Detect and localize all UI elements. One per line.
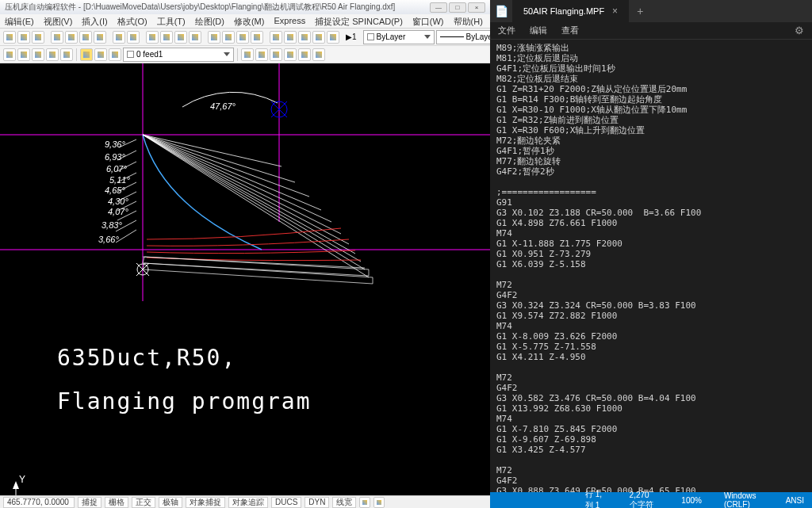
status-ducs[interactable]: DUCS — [271, 497, 301, 508]
tool-b-icon[interactable] — [255, 48, 268, 61]
status-ortho[interactable]: 正交 — [132, 497, 155, 508]
editor-menu-bar: 文件 编辑 查看 ⚙ — [490, 22, 812, 40]
gear-icon[interactable]: ⚙ — [795, 25, 804, 36]
menu-item[interactable]: 编辑(E) — [5, 16, 34, 26]
svg-line-17 — [143, 135, 321, 210]
ortho-icon[interactable] — [32, 48, 44, 61]
svg-line-20 — [143, 135, 282, 166]
svg-line-12 — [143, 135, 361, 262]
text-icon[interactable] — [312, 31, 325, 44]
cad-menu-bar: 编辑(E) 视图(V) 插入(I) 格式(O) 工具(T) 绘图(D) 修改(M… — [0, 14, 490, 29]
print-icon[interactable] — [51, 31, 63, 44]
angle-8: 3,83° — [102, 220, 122, 230]
freeze-icon[interactable] — [94, 48, 107, 61]
status-icon-b[interactable] — [373, 497, 385, 508]
zoom-level[interactable]: 100% — [681, 496, 702, 505]
eol-mode[interactable]: Windows (CRLF) — [724, 491, 764, 508]
cursor-pos[interactable]: 行 1, 列 1 — [585, 489, 607, 508]
editor-status-bar: 行 1, 列 1 2,270 个字符 100% Windows (CRLF) A… — [490, 492, 812, 508]
copy-icon[interactable] — [79, 31, 92, 44]
polar-icon[interactable] — [46, 48, 59, 61]
line-icon[interactable] — [146, 31, 159, 44]
cad-status-bar: 465.7770, 0.0000 捕捉 栅格 正交 极轴 对象捕捉 对象追踪 D… — [0, 495, 490, 508]
pan-icon[interactable] — [236, 31, 249, 44]
tool-c-icon[interactable] — [270, 48, 282, 61]
menu-item[interactable]: Express — [274, 16, 305, 26]
status-grid[interactable]: 栅格 — [105, 497, 128, 508]
tool-f-icon[interactable] — [312, 48, 325, 61]
circle-icon[interactable] — [174, 31, 187, 44]
menu-item[interactable]: 格式(O) — [117, 16, 147, 26]
encoding[interactable]: ANSI — [786, 496, 804, 505]
menu-file[interactable]: 文件 — [498, 25, 515, 36]
status-otrack[interactable]: 对象追踪 — [228, 497, 268, 508]
editor-tab[interactable]: 50AIR Flanging.MPF × — [512, 0, 629, 22]
menu-item[interactable]: 修改(M) — [234, 16, 265, 26]
cad-toolbar-1: ▶1 ByLayer ByLayer — [0, 29, 490, 46]
new-tab-button[interactable]: + — [629, 5, 651, 17]
new-icon[interactable] — [3, 31, 16, 44]
tool-e-icon[interactable] — [298, 48, 311, 61]
angle-1: 9,36° — [105, 139, 125, 149]
dimension-icon[interactable] — [298, 31, 311, 44]
zoom-in-icon[interactable] — [208, 31, 220, 44]
layer-dropdown[interactable]: ByLayer — [363, 30, 435, 44]
cut-icon[interactable] — [65, 31, 78, 44]
svg-line-10 — [143, 135, 369, 277]
arc-icon[interactable] — [160, 31, 173, 44]
menu-item[interactable]: 工具(T) — [157, 16, 186, 26]
close-button[interactable]: × — [468, 2, 485, 13]
svg-line-15 — [143, 135, 341, 234]
menu-edit[interactable]: 编辑 — [530, 25, 547, 36]
open-icon[interactable] — [17, 31, 30, 44]
menu-item[interactable]: 捕捉设定 SPINCAD(P) — [315, 16, 403, 26]
menu-item[interactable]: 窗口(W) — [412, 16, 444, 26]
drawing-text-1: 635Duct,R50, — [57, 345, 236, 371]
char-count: 2,270 个字符 — [630, 491, 660, 509]
rect-icon[interactable] — [189, 31, 201, 44]
undo-icon[interactable] — [113, 31, 125, 44]
zoom-extents-icon[interactable] — [251, 31, 263, 44]
editor-tab-bar: 📄 50AIR Flanging.MPF × + — [490, 0, 812, 22]
status-snap[interactable]: 捕捉 — [78, 497, 102, 508]
light-icon[interactable] — [80, 48, 93, 61]
status-lwt[interactable]: 线宽 — [332, 497, 356, 508]
tab-label: 50AIR Flanging.MPF — [523, 6, 604, 16]
menu-item[interactable]: 插入(I) — [82, 16, 107, 26]
menu-item[interactable]: 帮助(H) — [454, 16, 483, 26]
svg-line-16 — [143, 135, 331, 222]
code-editor[interactable]: M89;涨轴涨紧输出 M81;定位板后退启动 G4F1;定位板后退输出时间1秒 … — [490, 40, 812, 492]
close-tab-icon[interactable]: × — [612, 6, 618, 17]
properties-icon[interactable] — [284, 31, 297, 44]
svg-marker-32 — [13, 481, 19, 489]
paste-icon[interactable] — [94, 31, 106, 44]
cad-canvas[interactable]: 47,67° 9,36° 6,93° 6,07° 5,11° 4,65° 4,3… — [0, 63, 490, 495]
menu-item[interactable]: 视图(V) — [44, 16, 73, 26]
angle-3: 6,07° — [106, 164, 127, 174]
tool-d-icon[interactable] — [284, 48, 297, 61]
status-dyn[interactable]: DYN — [304, 497, 329, 508]
cad-toolbar-2: 0 feed1 — [0, 46, 490, 63]
hatch-icon[interactable] — [327, 31, 339, 44]
grid-icon[interactable] — [17, 48, 30, 61]
chevron-down-icon — [424, 35, 431, 39]
menu-item[interactable]: 绘图(D) — [195, 16, 224, 26]
angle-9: 3,66° — [98, 235, 119, 244]
save-icon[interactable] — [32, 31, 44, 44]
layer-name-dropdown[interactable]: 0 feed1 — [123, 48, 234, 62]
layer-icon[interactable] — [270, 31, 282, 44]
status-icon-a[interactable] — [359, 497, 370, 508]
menu-view[interactable]: 查看 — [561, 25, 579, 36]
status-polar[interactable]: 极轴 — [159, 497, 182, 508]
maximize-button[interactable]: □ — [449, 2, 466, 13]
status-osnap[interactable]: 对象捕捉 — [186, 497, 225, 508]
osnap-icon[interactable] — [60, 48, 73, 61]
tool-a-icon[interactable] — [241, 48, 254, 61]
snap-icon[interactable] — [3, 48, 16, 61]
file-icon[interactable]: 📄 — [490, 0, 512, 22]
redo-icon[interactable] — [127, 31, 140, 44]
linetype-dropdown[interactable]: ByLayer — [436, 30, 490, 44]
minimize-button[interactable]: — — [430, 2, 447, 13]
lock-icon[interactable] — [109, 48, 121, 61]
zoom-out-icon[interactable] — [222, 31, 235, 44]
